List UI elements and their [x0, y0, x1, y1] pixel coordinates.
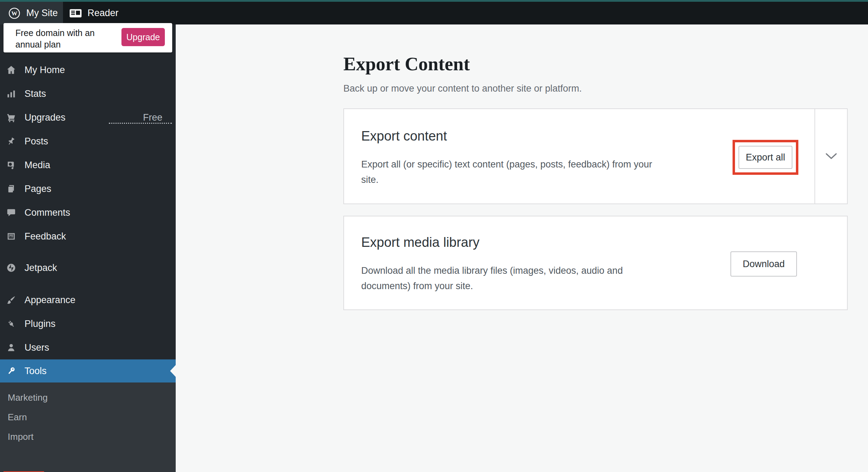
my-site-tab[interactable]: W My Site — [0, 2, 63, 24]
my-site-label: My Site — [26, 8, 58, 19]
admin-topbar: W My Site Reader — [0, 2, 868, 24]
page-subtitle: Back up or move your content to another … — [343, 83, 582, 94]
media-icon — [6, 160, 16, 170]
home-icon — [6, 65, 16, 75]
sidebar-item-appearance[interactable]: Appearance — [0, 288, 176, 312]
promo-text: Free domain with an annual plan — [15, 27, 117, 50]
sidebar-item-users[interactable]: Users — [0, 336, 176, 359]
sidebar-item-my-home[interactable]: My Home — [0, 58, 176, 82]
pushpin-icon — [6, 136, 16, 146]
sidebar-item-media[interactable]: Media — [0, 153, 176, 177]
wrench-icon — [6, 366, 16, 376]
export-media-card-description: Download all the media library files (im… — [361, 263, 648, 294]
plug-icon — [6, 319, 16, 329]
sidebar-item-feedback[interactable]: Feedback — [0, 224, 176, 248]
sidebar-item-plugins[interactable]: Plugins — [0, 312, 176, 336]
sidebar-item-comments[interactable]: Comments — [0, 201, 176, 224]
submenu-item-earn[interactable]: Earn — [0, 407, 176, 427]
wordpress-logo-icon: W — [8, 7, 20, 19]
upgrade-promo-card: Free domain with an annual plan Upgrade — [4, 23, 172, 52]
page-title: Export Content — [343, 53, 470, 75]
export-media-card-title: Export media library — [361, 235, 479, 250]
sidebar-item-upgrades[interactable]: Upgrades Free — [0, 106, 176, 129]
chevron-down-icon — [825, 153, 837, 160]
stats-icon — [6, 89, 16, 99]
sidebar-item-tools[interactable]: Tools — [0, 359, 176, 382]
comment-bubble-icon — [6, 208, 16, 217]
sidebar-item-jetpack[interactable]: Jetpack — [0, 256, 176, 280]
upgrade-button[interactable]: Upgrade — [121, 28, 165, 46]
svg-text:W: W — [12, 10, 18, 17]
export-media-library-card: Export media library Download all the me… — [343, 216, 848, 310]
user-icon — [6, 343, 16, 352]
cart-icon — [6, 113, 16, 122]
export-all-button[interactable]: Export all — [738, 146, 792, 169]
admin-sidebar: Free domain with an annual plan Upgrade … — [0, 24, 176, 472]
feedback-form-icon — [6, 231, 16, 241]
pages-icon — [6, 184, 16, 194]
sidebar-item-pages[interactable]: Pages — [0, 177, 176, 201]
export-content-dropdown-toggle[interactable] — [814, 109, 847, 203]
sidebar-item-posts[interactable]: Posts — [0, 129, 176, 153]
reader-label: Reader — [88, 8, 119, 19]
export-all-annotation-box: Export all — [733, 140, 798, 175]
paintbrush-icon — [6, 295, 16, 305]
export-content-card-description: Export all (or specific) text content (p… — [361, 157, 669, 187]
active-item-arrow — [170, 365, 176, 377]
reader-icon — [69, 8, 82, 19]
submenu-item-marketing[interactable]: Marketing — [0, 388, 176, 407]
reader-tab[interactable]: Reader — [69, 2, 119, 24]
submenu-item-import[interactable]: Import — [0, 427, 176, 446]
download-button[interactable]: Download — [730, 251, 797, 277]
jetpack-icon — [6, 263, 16, 273]
export-content-card-title: Export content — [361, 129, 447, 144]
export-content-card: Export content Export all (or specific) … — [343, 108, 848, 204]
upgrades-free-badge: Free — [143, 112, 162, 123]
sidebar-item-stats[interactable]: Stats — [0, 82, 176, 106]
